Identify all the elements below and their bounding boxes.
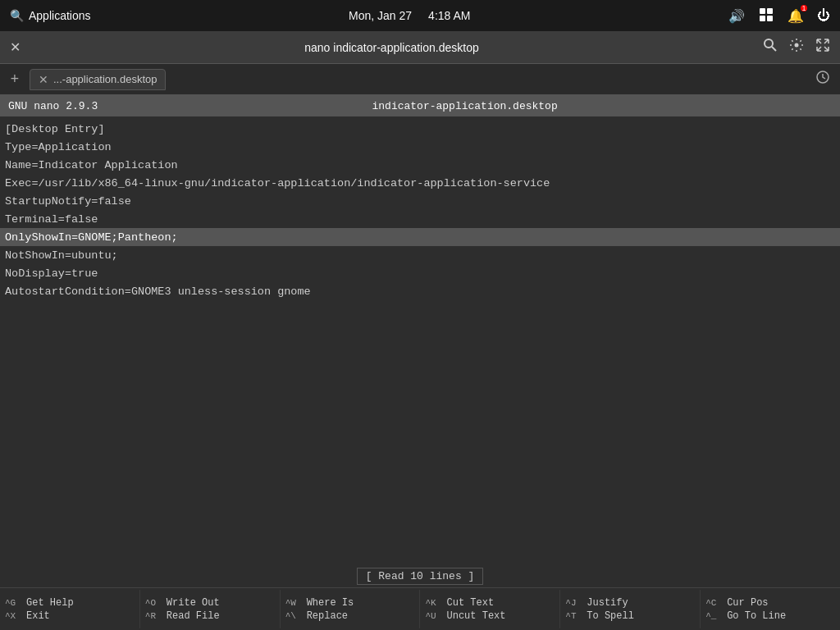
shortcut-group: ^CCur Pos^_Go To Line [701,590,840,628]
shortcut-group: ^WWhere Is^\ Replace [281,590,421,628]
svg-point-4 [765,39,773,48]
shortcut-row: ^RRead File [145,610,275,622]
shortcut-key: ^O [145,598,163,608]
editor-line: AutostartCondition=GNOME3 unless-session… [0,282,840,300]
editor-line: StartupNotify=false [0,192,840,210]
shortcut-label: Replace [307,610,348,622]
applications-label: Applications [29,9,91,22]
shortcut-label: Uncut Text [446,610,505,622]
shortcut-group: ^GGet Help^XExit [0,590,140,628]
shortcut-key: ^X [5,611,23,621]
notification-icon[interactable]: 🔔 1 [788,8,804,24]
nano-header: GNU nano 2.9.3 indicator-application.des… [0,95,840,116]
editor-line: NoDisplay=true [0,264,840,282]
tab-bar: + ✕ ...-application.desktop [0,64,840,95]
settings-icon[interactable] [789,38,804,57]
shortcut-label: Cur Pos [727,597,768,609]
svg-rect-2 [760,16,765,21]
topbar-applications[interactable]: 🔍 Applications [10,9,91,22]
editor-line: Name=Indicator Application [0,156,840,174]
shortcut-label: Write Out [167,597,220,609]
editor-line: Terminal=false [0,210,840,228]
shortcut-group: ^KCut Text^UUncut Text [420,590,560,628]
shortcut-row: ^TTo Spell [565,610,695,622]
shortcut-label: Get Help [26,597,74,609]
shortcut-key: ^K [425,598,443,608]
shortcut-row: ^UUncut Text [425,610,555,622]
shortcut-row: ^JJustify [565,597,695,609]
shortcut-row: ^OWrite Out [145,597,275,609]
notification-badge: 1 [801,5,807,11]
shortcut-key: ^J [565,598,583,608]
shortcut-row: ^GGet Help [5,597,135,609]
shortcut-key: ^G [5,598,23,608]
shortcut-key: ^T [565,611,583,621]
shortcut-label: Go To Line [727,610,786,622]
window-title: nano indicator-application.desktop [304,41,478,54]
shortcut-label: Cut Text [446,597,494,609]
shortcut-bar: ^GGet Help^XExit^OWrite Out^RRead File^W… [0,587,840,630]
editor-line: OnlyShowIn=GNOME;Pantheon; [0,228,840,246]
status-bar: [ Read 10 lines ] [0,564,840,587]
shortcut-row: ^CCur Pos [705,597,835,609]
shortcut-label: To Spell [587,610,634,622]
shortcut-row: ^KCut Text [425,597,555,609]
tab-label: ...-application.desktop [53,73,157,85]
new-tab-button[interactable]: + [3,68,26,91]
nano-version: GNU nano 2.9.3 [8,100,98,112]
shortcut-key: ^_ [705,611,724,621]
tab-item[interactable]: ✕ ...-application.desktop [30,69,166,90]
topbar-controls: 🔊 🔔 1 ⏻ [728,6,830,25]
svg-rect-0 [760,8,765,14]
topbar-date: Mon, Jan 27 [349,9,412,22]
terminal-window: ✕ nano indicator-application.desktop [0,31,840,630]
title-bar-left: ✕ [10,39,21,55]
tab-history-button[interactable] [809,70,837,89]
title-bar-right [763,38,830,57]
editor-line: Exec=/usr/lib/x86_64-linux-gnu/indicator… [0,174,840,192]
shortcut-group: ^OWrite Out^RRead File [140,590,281,628]
svg-rect-1 [767,8,773,14]
close-button[interactable]: ✕ [10,39,21,55]
network-icon[interactable] [758,6,774,25]
shortcut-key: ^R [145,611,163,621]
editor-line: NotShowIn=ubuntu; [0,246,840,264]
volume-icon[interactable]: 🔊 [728,8,745,24]
editor-content[interactable]: [Desktop Entry]Type=ApplicationName=Indi… [0,116,840,564]
svg-line-5 [772,47,776,51]
status-message: [ Read 10 lines ] [357,568,484,585]
power-icon[interactable]: ⏻ [817,8,830,23]
svg-rect-3 [767,16,773,21]
tab-close-button[interactable]: ✕ [39,73,48,86]
title-bar: ✕ nano indicator-application.desktop [0,31,840,64]
shortcut-key: ^U [425,611,443,621]
shortcut-label: Where Is [307,597,354,609]
expand-icon[interactable] [815,38,830,57]
search-icon: 🔍 [10,9,24,22]
editor-line: Type=Application [0,138,840,156]
editor-line: [Desktop Entry] [0,120,840,138]
topbar: 🔍 Applications Mon, Jan 27 4:18 AM 🔊 🔔 1… [0,0,840,31]
shortcut-row: ^XExit [5,610,135,622]
shortcut-label: Justify [587,597,628,609]
shortcut-row: ^WWhere Is [285,597,415,609]
nano-filename: indicator-application.desktop [372,100,557,112]
shortcut-label: Read File [167,610,220,622]
shortcut-row: ^_Go To Line [705,610,835,622]
topbar-time: 4:18 AM [428,9,470,22]
shortcut-key: ^\ [285,611,304,621]
svg-point-6 [794,43,798,48]
shortcut-key: ^C [705,598,724,608]
shortcut-label: Exit [26,610,50,622]
shortcut-key: ^W [285,598,304,608]
shortcut-group: ^JJustify^TTo Spell [560,590,701,628]
search-icon[interactable] [763,38,778,57]
shortcut-row: ^\ Replace [285,610,415,622]
topbar-datetime: Mon, Jan 27 4:18 AM [349,9,470,22]
